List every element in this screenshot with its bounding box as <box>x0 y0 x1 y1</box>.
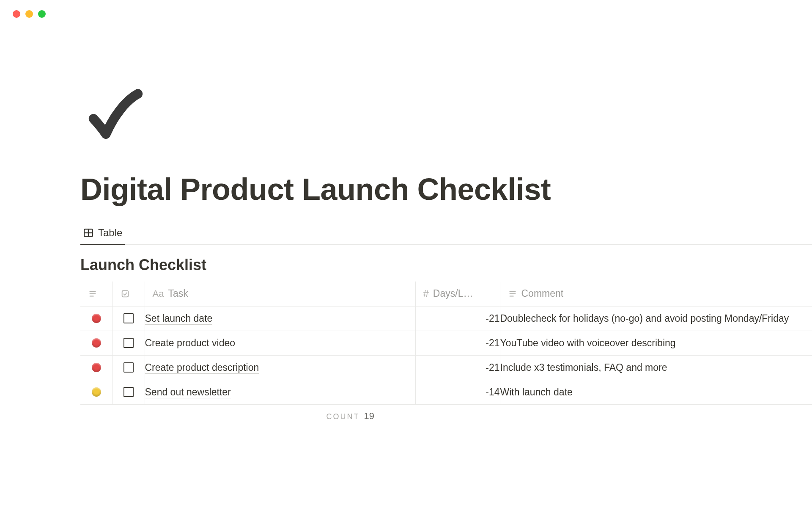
status-dot-icon <box>92 338 101 348</box>
database-views-tabs: Table <box>80 227 812 245</box>
days-value[interactable]: -21 <box>415 331 500 355</box>
tab-label: Table <box>98 227 122 239</box>
page-icon-checkmark[interactable] <box>85 86 812 146</box>
row-checkbox[interactable] <box>123 338 134 348</box>
column-header-label: Task <box>168 288 188 299</box>
column-header-task[interactable]: Aa Task <box>145 282 415 306</box>
table-header-row: Aa Task # Days/L… <box>80 282 812 306</box>
count-value: 19 <box>364 411 374 422</box>
database-title[interactable]: Launch Checklist <box>80 256 812 274</box>
row-checkbox[interactable] <box>123 387 134 397</box>
status-dot-icon <box>92 387 101 397</box>
window-traffic-lights <box>0 0 812 18</box>
days-value[interactable]: -21 <box>415 306 500 331</box>
window-zoom-button[interactable] <box>38 10 46 18</box>
tab-table[interactable]: Table <box>80 227 125 245</box>
text-icon <box>508 289 517 298</box>
page-title[interactable]: Digital Product Launch Checklist <box>80 172 812 207</box>
task-title[interactable]: Send out newsletter <box>145 387 231 398</box>
comment-text[interactable]: Doublecheck for holidays (no-go) and avo… <box>500 306 812 331</box>
title-icon: Aa <box>153 288 164 299</box>
column-header-status[interactable] <box>80 282 112 306</box>
number-icon: # <box>423 288 429 300</box>
lines-icon <box>88 289 97 298</box>
table-row[interactable]: Send out newsletter-14With launch date <box>80 380 812 404</box>
table-row[interactable]: Create product video-21YouTube video wit… <box>80 331 812 355</box>
checkmark-icon <box>85 86 144 145</box>
column-header-days[interactable]: # Days/L… <box>415 282 500 306</box>
comment-text[interactable]: With launch date <box>500 380 812 404</box>
row-checkbox[interactable] <box>123 362 134 373</box>
database-table: Aa Task # Days/L… <box>80 282 812 405</box>
status-dot-icon <box>92 314 101 323</box>
days-value[interactable]: -14 <box>415 380 500 404</box>
column-header-label: Comment <box>521 288 564 299</box>
status-dot-icon <box>92 363 101 372</box>
column-header-comment[interactable]: Comment <box>500 282 812 306</box>
row-checkbox[interactable] <box>123 313 134 323</box>
table-footer-count[interactable]: COUNT 19 <box>146 405 374 422</box>
task-title[interactable]: Create product video <box>145 337 236 349</box>
page-content: Digital Product Launch Checklist Table L… <box>0 18 812 422</box>
task-title[interactable]: Set launch date <box>145 313 213 325</box>
table-row[interactable]: Set launch date-21Doublecheck for holida… <box>80 306 812 331</box>
comment-text[interactable]: YouTube video with voiceover describing <box>500 331 812 355</box>
days-value[interactable]: -21 <box>415 355 500 380</box>
column-header-done[interactable] <box>112 282 145 306</box>
checkbox-icon <box>121 289 130 298</box>
count-label: COUNT <box>326 412 360 421</box>
table-icon <box>83 227 94 238</box>
table-row[interactable]: Create product description-21Include x3 … <box>80 355 812 380</box>
comment-text[interactable]: Include x3 testimonials, FAQ and more <box>500 355 812 380</box>
svg-rect-6 <box>122 290 128 297</box>
column-header-label: Days/L… <box>433 288 473 299</box>
window-close-button[interactable] <box>13 10 20 18</box>
task-title[interactable]: Create product description <box>145 362 259 374</box>
window-minimize-button[interactable] <box>25 10 33 18</box>
